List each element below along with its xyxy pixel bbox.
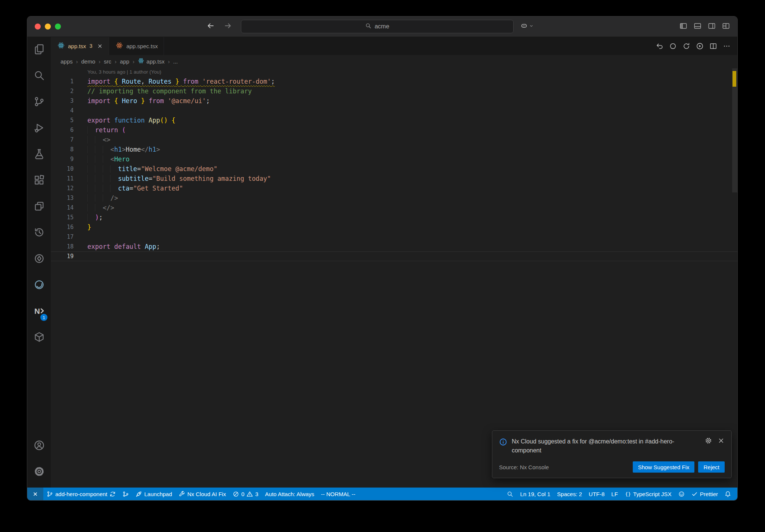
editor[interactable]: You, 3 hours ago | 1 author (You) 1impor… bbox=[51, 68, 737, 488]
customize-layout-icon[interactable] bbox=[722, 22, 730, 31]
breadcrumb-item[interactable]: app bbox=[120, 58, 129, 65]
activity-bar-run-debug[interactable] bbox=[27, 115, 51, 142]
status-prettier[interactable]: Prettier bbox=[688, 488, 721, 500]
command-center-search[interactable]: acme bbox=[241, 20, 514, 33]
code-line-3[interactable]: 3import { Hero } from '@acme/ui'; bbox=[51, 96, 737, 106]
show-suggested-fix-button[interactable]: Show Suggested Fix bbox=[633, 461, 695, 473]
close-window-button[interactable] bbox=[35, 24, 41, 30]
toggle-sidebar-left-icon[interactable] bbox=[679, 22, 687, 31]
code-line-2[interactable]: 2// importing the component from the lib… bbox=[51, 86, 737, 96]
status-language-mode[interactable]: {}TypeScript JSX bbox=[621, 488, 675, 500]
code-line-16[interactable]: 16} bbox=[51, 222, 737, 232]
status-nx-cloud-ai-fix[interactable]: Nx Cloud AI Fix bbox=[176, 488, 229, 500]
split-editor-icon[interactable] bbox=[709, 42, 717, 50]
status-cursor-position[interactable]: Ln 19, Col 1 bbox=[517, 488, 554, 500]
line-number[interactable]: 7 bbox=[51, 135, 74, 145]
play-circle-icon[interactable] bbox=[696, 42, 704, 50]
activity-bar-settings[interactable] bbox=[27, 459, 51, 485]
tab-app.spec.tsx[interactable]: app.spec.tsx bbox=[109, 37, 164, 55]
copilot-menu[interactable] bbox=[520, 22, 534, 31]
status-auto-attach[interactable]: Auto Attach: Always bbox=[262, 488, 318, 500]
line-number[interactable]: 10 bbox=[51, 164, 74, 174]
status-git-branch[interactable]: add-hero-component bbox=[43, 488, 119, 500]
status-commit-graph[interactable] bbox=[119, 488, 132, 500]
tab-app.tsx[interactable]: app.tsx3 bbox=[51, 37, 109, 55]
breadcrumb-file[interactable]: app.tsx bbox=[138, 58, 164, 65]
navigate-back-icon[interactable] bbox=[207, 22, 215, 31]
line-number[interactable]: 17 bbox=[51, 232, 74, 242]
activity-bar-explorer[interactable] bbox=[27, 37, 51, 63]
status-notifications-bell[interactable] bbox=[721, 488, 734, 500]
code-line-12[interactable]: 12 cta="Get Started" bbox=[51, 183, 737, 193]
line-number[interactable]: 8 bbox=[51, 145, 74, 154]
status-encoding[interactable]: UTF-8 bbox=[585, 488, 608, 500]
line-number[interactable]: 4 bbox=[51, 106, 74, 115]
line-number[interactable]: 11 bbox=[51, 174, 74, 183]
code-line-7[interactable]: 7 <> bbox=[51, 135, 737, 145]
status-eol[interactable]: LF bbox=[608, 488, 622, 500]
scrollbar-slider[interactable] bbox=[732, 68, 737, 192]
line-number[interactable]: 5 bbox=[51, 115, 74, 125]
status-problems[interactable]: 03 bbox=[229, 488, 262, 500]
activity-bar-remote-explorer[interactable] bbox=[27, 194, 51, 220]
code-line-15[interactable]: 15 ); bbox=[51, 213, 737, 222]
code-line-13[interactable]: 13 /> bbox=[51, 193, 737, 203]
minimize-window-button[interactable] bbox=[45, 24, 51, 30]
line-number[interactable]: 1 bbox=[51, 77, 74, 86]
code-line-11[interactable]: 11 subtitle="Build something amazing tod… bbox=[51, 174, 737, 183]
status-remote-indicator[interactable] bbox=[27, 488, 43, 500]
code-line-17[interactable]: 17 bbox=[51, 232, 737, 242]
rerun-icon[interactable] bbox=[682, 42, 690, 50]
status-launchpad[interactable]: Launchpad bbox=[132, 488, 175, 500]
code-line-6[interactable]: 6 return ( bbox=[51, 125, 737, 135]
line-number[interactable]: 6 bbox=[51, 125, 74, 135]
breadcrumb-item[interactable]: src bbox=[104, 58, 111, 65]
zoom-window-button[interactable] bbox=[55, 24, 61, 30]
code-line-18[interactable]: 18export default App; bbox=[51, 242, 737, 251]
discard-icon[interactable] bbox=[656, 42, 663, 50]
line-number[interactable]: 19 bbox=[51, 251, 74, 261]
line-number[interactable]: 15 bbox=[51, 213, 74, 222]
line-number[interactable]: 12 bbox=[51, 183, 74, 193]
status-zoom[interactable] bbox=[504, 488, 517, 500]
activity-bar-package-explorer[interactable] bbox=[27, 325, 51, 351]
breadcrumb-item[interactable]: demo bbox=[81, 58, 96, 65]
activity-bar-accounts[interactable] bbox=[27, 433, 51, 459]
notification-close-icon[interactable] bbox=[718, 437, 725, 444]
activity-bar-history[interactable] bbox=[27, 220, 51, 246]
toggle-panel-icon[interactable] bbox=[694, 22, 701, 31]
reject-button[interactable]: Reject bbox=[698, 461, 725, 473]
status-indentation[interactable]: Spaces: 2 bbox=[554, 488, 585, 500]
code-line-8[interactable]: 8 <h1>Home</h1> bbox=[51, 145, 737, 154]
line-number[interactable]: 14 bbox=[51, 203, 74, 213]
breadcrumb-symbol-tail[interactable]: ... bbox=[173, 58, 178, 65]
code-line-1[interactable]: 1import { Route, Routes } from 'react-ro… bbox=[51, 77, 737, 86]
activity-bar-testing[interactable] bbox=[27, 142, 51, 168]
activity-bar-nx-console[interactable]: N1 bbox=[27, 299, 51, 325]
line-number[interactable]: 3 bbox=[51, 96, 74, 106]
circle-outline-icon[interactable] bbox=[669, 42, 677, 50]
breadcrumb-item[interactable]: apps bbox=[61, 58, 73, 65]
activity-bar-gitlens[interactable] bbox=[27, 246, 51, 272]
code-line-14[interactable]: 14 </> bbox=[51, 203, 737, 213]
toggle-sidebar-right-icon[interactable] bbox=[708, 22, 716, 31]
code-line-19[interactable]: 19 bbox=[51, 251, 737, 261]
more-actions-icon[interactable] bbox=[723, 42, 731, 50]
navigate-forward-icon[interactable] bbox=[224, 22, 232, 31]
line-number[interactable]: 16 bbox=[51, 222, 74, 232]
code-line-10[interactable]: 10 title="Welcmoe @acme/demo" bbox=[51, 164, 737, 174]
status-feedback[interactable] bbox=[675, 488, 688, 500]
status-vim-mode[interactable]: -- NORMAL -- bbox=[318, 488, 359, 500]
activity-bar-extensions[interactable] bbox=[27, 168, 51, 194]
notification-settings-gear-icon[interactable] bbox=[705, 437, 712, 444]
activity-bar-search[interactable] bbox=[27, 63, 51, 89]
code-line-4[interactable]: 4 bbox=[51, 106, 737, 115]
activity-bar-source-control[interactable] bbox=[27, 89, 51, 115]
line-number[interactable]: 2 bbox=[51, 86, 74, 96]
line-number[interactable]: 13 bbox=[51, 193, 74, 203]
code-line-5[interactable]: 5export function App() { bbox=[51, 115, 737, 125]
activity-bar-edge-devtools[interactable] bbox=[27, 272, 51, 299]
code-line-9[interactable]: 9 <Hero bbox=[51, 154, 737, 164]
line-number[interactable]: 18 bbox=[51, 242, 74, 251]
close-tab-icon[interactable] bbox=[97, 43, 103, 49]
